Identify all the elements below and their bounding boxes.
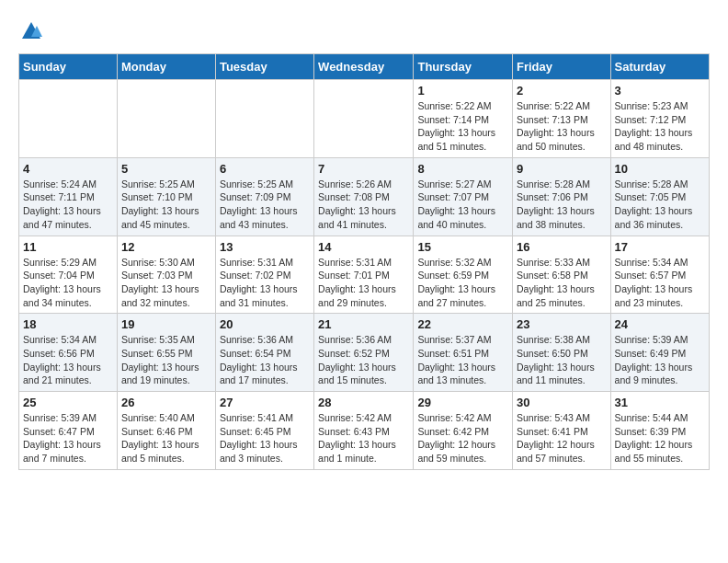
calendar-cell: 29Sunrise: 5:42 AMSunset: 6:42 PMDayligh… (414, 392, 513, 470)
calendar-cell: 17Sunrise: 5:34 AMSunset: 6:57 PMDayligh… (610, 236, 709, 314)
day-number: 24 (615, 317, 705, 331)
day-header-monday: Monday (117, 54, 215, 80)
day-number: 19 (121, 317, 211, 331)
day-number: 4 (23, 162, 113, 176)
calendar-cell: 16Sunrise: 5:33 AMSunset: 6:58 PMDayligh… (513, 236, 611, 314)
day-info: Sunrise: 5:39 AMSunset: 6:47 PMDaylight:… (23, 411, 113, 465)
logo (18, 18, 48, 44)
day-number: 15 (417, 240, 508, 254)
header-row: SundayMondayTuesdayWednesdayThursdayFrid… (19, 54, 710, 80)
calendar-cell: 22Sunrise: 5:37 AMSunset: 6:51 PMDayligh… (414, 314, 513, 392)
day-number: 1 (417, 84, 508, 98)
day-number: 8 (417, 162, 508, 176)
day-number: 17 (615, 240, 705, 254)
day-number: 23 (517, 317, 607, 331)
logo-icon (18, 18, 44, 44)
day-number: 25 (23, 396, 113, 409)
calendar-cell (215, 80, 313, 158)
day-info: Sunrise: 5:29 AMSunset: 7:04 PMDaylight:… (23, 256, 113, 310)
day-number: 16 (517, 240, 607, 254)
day-header-tuesday: Tuesday (215, 54, 313, 80)
day-info: Sunrise: 5:22 AMSunset: 7:13 PMDaylight:… (517, 99, 607, 154)
calendar-cell: 27Sunrise: 5:41 AMSunset: 6:45 PMDayligh… (215, 392, 313, 470)
calendar-cell: 31Sunrise: 5:44 AMSunset: 6:39 PMDayligh… (610, 392, 709, 470)
day-info: Sunrise: 5:40 AMSunset: 6:46 PMDaylight:… (121, 411, 211, 465)
calendar-week-1: 1Sunrise: 5:22 AMSunset: 7:14 PMDaylight… (19, 80, 710, 158)
calendar-week-5: 25Sunrise: 5:39 AMSunset: 6:47 PMDayligh… (19, 392, 710, 470)
calendar-cell: 5Sunrise: 5:25 AMSunset: 7:10 PMDaylight… (117, 157, 215, 236)
calendar-cell: 9Sunrise: 5:28 AMSunset: 7:06 PMDaylight… (513, 157, 611, 236)
day-info: Sunrise: 5:32 AMSunset: 6:59 PMDaylight:… (417, 256, 508, 310)
calendar-cell: 4Sunrise: 5:24 AMSunset: 7:11 PMDaylight… (19, 157, 118, 236)
day-header-sunday: Sunday (19, 54, 118, 80)
day-info: Sunrise: 5:31 AMSunset: 7:01 PMDaylight:… (318, 256, 409, 310)
calendar-cell: 20Sunrise: 5:36 AMSunset: 6:54 PMDayligh… (215, 314, 313, 392)
day-info: Sunrise: 5:25 AMSunset: 7:10 PMDaylight:… (121, 178, 211, 232)
day-number: 14 (318, 240, 409, 254)
day-info: Sunrise: 5:33 AMSunset: 6:58 PMDaylight:… (517, 256, 607, 310)
day-info: Sunrise: 5:25 AMSunset: 7:09 PMDaylight:… (220, 178, 310, 232)
day-info: Sunrise: 5:31 AMSunset: 7:02 PMDaylight:… (220, 256, 310, 310)
calendar-cell: 24Sunrise: 5:39 AMSunset: 6:49 PMDayligh… (610, 314, 709, 392)
calendar-cell: 23Sunrise: 5:38 AMSunset: 6:50 PMDayligh… (513, 314, 611, 392)
calendar-cell: 15Sunrise: 5:32 AMSunset: 6:59 PMDayligh… (414, 236, 513, 314)
calendar-cell: 2Sunrise: 5:22 AMSunset: 7:13 PMDaylight… (513, 80, 611, 158)
calendar-cell: 3Sunrise: 5:23 AMSunset: 7:12 PMDaylight… (610, 80, 709, 158)
calendar-cell: 13Sunrise: 5:31 AMSunset: 7:02 PMDayligh… (215, 236, 313, 314)
day-number: 18 (23, 317, 113, 331)
day-number: 5 (121, 162, 211, 176)
day-number: 10 (615, 162, 705, 176)
day-info: Sunrise: 5:27 AMSunset: 7:07 PMDaylight:… (417, 178, 508, 232)
day-header-thursday: Thursday (414, 54, 513, 80)
day-number: 30 (517, 396, 607, 409)
day-number: 27 (220, 396, 310, 409)
day-info: Sunrise: 5:34 AMSunset: 6:56 PMDaylight:… (23, 333, 113, 387)
page-header (18, 18, 710, 44)
calendar-week-4: 18Sunrise: 5:34 AMSunset: 6:56 PMDayligh… (19, 314, 710, 392)
calendar-cell: 6Sunrise: 5:25 AMSunset: 7:09 PMDaylight… (215, 157, 313, 236)
calendar-cell: 12Sunrise: 5:30 AMSunset: 7:03 PMDayligh… (117, 236, 215, 314)
day-number: 29 (417, 396, 508, 409)
day-info: Sunrise: 5:44 AMSunset: 6:39 PMDaylight:… (615, 411, 705, 465)
calendar-cell: 26Sunrise: 5:40 AMSunset: 6:46 PMDayligh… (117, 392, 215, 470)
day-info: Sunrise: 5:36 AMSunset: 6:52 PMDaylight:… (318, 333, 409, 387)
day-number: 12 (121, 240, 211, 254)
day-header-friday: Friday (513, 54, 611, 80)
day-info: Sunrise: 5:35 AMSunset: 6:55 PMDaylight:… (121, 333, 211, 387)
calendar-cell (117, 80, 215, 158)
calendar-cell: 18Sunrise: 5:34 AMSunset: 6:56 PMDayligh… (19, 314, 118, 392)
day-number: 9 (517, 162, 607, 176)
day-info: Sunrise: 5:43 AMSunset: 6:41 PMDaylight:… (517, 411, 607, 465)
day-number: 26 (121, 396, 211, 409)
day-number: 7 (318, 162, 409, 176)
calendar-cell: 19Sunrise: 5:35 AMSunset: 6:55 PMDayligh… (117, 314, 215, 392)
day-number: 11 (23, 240, 113, 254)
day-info: Sunrise: 5:39 AMSunset: 6:49 PMDaylight:… (615, 333, 705, 387)
calendar-cell: 11Sunrise: 5:29 AMSunset: 7:04 PMDayligh… (19, 236, 118, 314)
calendar-cell: 1Sunrise: 5:22 AMSunset: 7:14 PMDaylight… (414, 80, 513, 158)
calendar-week-2: 4Sunrise: 5:24 AMSunset: 7:11 PMDaylight… (19, 157, 710, 236)
day-number: 3 (615, 84, 705, 98)
day-number: 31 (615, 396, 705, 409)
calendar-cell: 28Sunrise: 5:42 AMSunset: 6:43 PMDayligh… (314, 392, 414, 470)
day-info: Sunrise: 5:28 AMSunset: 7:06 PMDaylight:… (517, 178, 607, 232)
calendar-cell: 10Sunrise: 5:28 AMSunset: 7:05 PMDayligh… (610, 157, 709, 236)
day-info: Sunrise: 5:42 AMSunset: 6:42 PMDaylight:… (417, 411, 508, 465)
day-info: Sunrise: 5:41 AMSunset: 6:45 PMDaylight:… (220, 411, 310, 465)
day-info: Sunrise: 5:24 AMSunset: 7:11 PMDaylight:… (23, 178, 113, 232)
day-info: Sunrise: 5:42 AMSunset: 6:43 PMDaylight:… (318, 411, 409, 465)
calendar-week-3: 11Sunrise: 5:29 AMSunset: 7:04 PMDayligh… (19, 236, 710, 314)
day-number: 13 (220, 240, 310, 254)
day-info: Sunrise: 5:37 AMSunset: 6:51 PMDaylight:… (417, 333, 508, 387)
day-header-saturday: Saturday (610, 54, 709, 80)
day-number: 28 (318, 396, 409, 409)
calendar-cell: 21Sunrise: 5:36 AMSunset: 6:52 PMDayligh… (314, 314, 414, 392)
day-info: Sunrise: 5:34 AMSunset: 6:57 PMDaylight:… (615, 256, 705, 310)
calendar-table: SundayMondayTuesdayWednesdayThursdayFrid… (18, 53, 710, 470)
day-number: 21 (318, 317, 409, 331)
calendar-cell: 30Sunrise: 5:43 AMSunset: 6:41 PMDayligh… (513, 392, 611, 470)
day-number: 20 (220, 317, 310, 331)
day-number: 22 (417, 317, 508, 331)
day-header-wednesday: Wednesday (314, 54, 414, 80)
day-number: 2 (517, 84, 607, 98)
